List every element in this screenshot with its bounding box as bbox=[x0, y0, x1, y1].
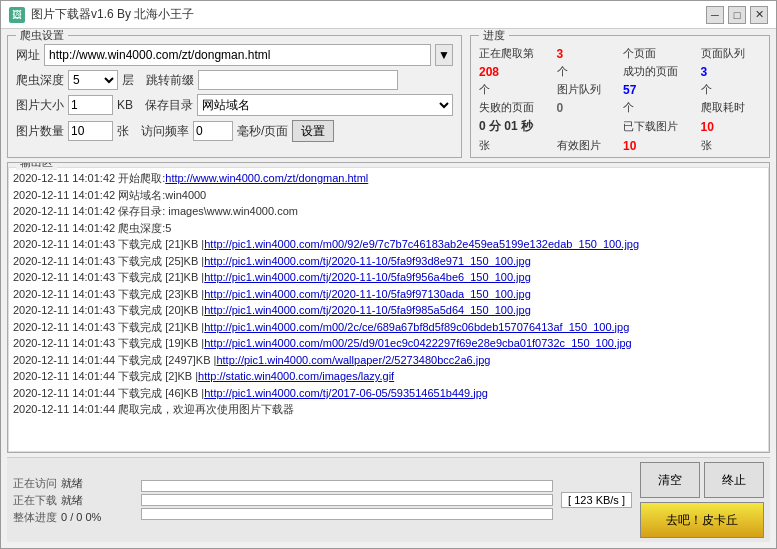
log-line: 2020-12-11 14:01:42 网站域名:win4000 bbox=[13, 187, 764, 204]
action-buttons: 清空 终止 去吧！皮卡丘 bbox=[640, 462, 764, 538]
freq-label: 访问频率 bbox=[141, 123, 189, 140]
log-line: 2020-12-11 14:01:43 下载完成 [21]KB |http://… bbox=[13, 269, 764, 286]
speed-display: [ 123 KB/s ] bbox=[561, 492, 632, 508]
window-title: 图片下载器v1.6 By 北海小王子 bbox=[31, 6, 194, 23]
log-line: 2020-12-11 14:01:44 爬取完成，欢迎再次使用图片下载器 bbox=[13, 401, 764, 418]
img-queue-value: 57 bbox=[623, 83, 695, 97]
output-label: 输出区 bbox=[16, 162, 57, 170]
set-button[interactable]: 设置 bbox=[292, 120, 334, 142]
minimize-button[interactable]: ─ bbox=[706, 6, 724, 24]
maximize-button[interactable]: □ bbox=[728, 6, 746, 24]
title-bar-left: 🖼 图片下载器v1.6 By 北海小王子 bbox=[9, 6, 194, 23]
downloading-value: 就绪 bbox=[61, 493, 83, 508]
fail-value: 0 bbox=[557, 101, 618, 115]
size-save-row: 图片大小 KB 保存目录 网站域名 bbox=[16, 94, 453, 116]
size-label: 图片大小 bbox=[16, 97, 64, 114]
log-link[interactable]: http://pic1.win4000.com/m00/25/d9/01ec9c… bbox=[204, 337, 632, 349]
output-content: 2020-12-11 14:01:42 开始爬取:http://www.win4… bbox=[8, 167, 769, 452]
bottom-bar: 正在访问 就绪 正在下载 就绪 整体进度 0 / 0 0% bbox=[7, 457, 770, 542]
queue-label: 页面队列 bbox=[701, 46, 762, 61]
count-label: 图片数量 bbox=[16, 123, 64, 140]
log-link[interactable]: http://pic1.win4000.com/tj/2020-11-10/5f… bbox=[204, 288, 531, 300]
depth-select[interactable]: 51234 bbox=[68, 70, 118, 90]
title-bar: 🖼 图片下载器v1.6 By 北海小王子 ─ □ ✕ bbox=[1, 1, 776, 29]
img-queue-unit: 个 bbox=[701, 82, 762, 97]
app-icon: 🖼 bbox=[9, 7, 25, 23]
main-content: 爬虫设置 网址 ▼ 爬虫深度 51234 层 跳转前缀 bbox=[1, 29, 776, 548]
queue-value: 208 bbox=[479, 65, 551, 79]
top-section: 爬虫设置 网址 ▼ 爬虫深度 51234 层 跳转前缀 bbox=[7, 35, 770, 158]
log-line: 2020-12-11 14:01:43 下载完成 [19]KB |http://… bbox=[13, 335, 764, 352]
output-section: 输出区 2020-12-11 14:01:42 开始爬取:http://www.… bbox=[7, 162, 770, 453]
crawling-value: 3 bbox=[557, 47, 618, 61]
visiting-value: 就绪 bbox=[61, 476, 83, 491]
depth-row: 爬虫深度 51234 层 跳转前缀 bbox=[16, 70, 453, 90]
log-line: 2020-12-11 14:01:43 下载完成 [21]KB |http://… bbox=[13, 236, 764, 253]
progress-row-1 bbox=[141, 480, 553, 492]
log-line: 2020-12-11 14:01:43 下载完成 [20]KB |http://… bbox=[13, 302, 764, 319]
freq-unit: 毫秒/页面 bbox=[237, 123, 288, 140]
success-unit: 个 bbox=[479, 82, 551, 97]
fail-unit: 个 bbox=[623, 100, 695, 115]
crawling-label: 正在爬取第 bbox=[479, 46, 551, 61]
log-link[interactable]: http://pic1.win4000.com/m00/92/e9/7c7b7c… bbox=[204, 238, 639, 250]
overall-label: 整体进度 bbox=[13, 510, 57, 525]
log-line: 2020-12-11 14:01:44 下载完成 [2497]KB |http:… bbox=[13, 352, 764, 369]
progress-panel: 进度 ▶ 正在爬取第 3 个页面 页面队列 208 个 成功的页面 3 个 图片… bbox=[470, 35, 770, 158]
progress-row-3 bbox=[141, 508, 553, 520]
url-dropdown-button[interactable]: ▼ bbox=[435, 44, 453, 66]
page-unit: 个页面 bbox=[623, 46, 695, 61]
time-value: 0 分 01 秒 bbox=[479, 118, 617, 135]
log-line: 2020-12-11 14:01:43 下载完成 [25]KB |http://… bbox=[13, 253, 764, 270]
log-line: 2020-12-11 14:01:43 下载完成 [23]KB |http://… bbox=[13, 286, 764, 303]
stop-button[interactable]: 终止 bbox=[704, 462, 764, 498]
freq-input[interactable] bbox=[193, 121, 233, 141]
log-link[interactable]: http://pic1.win4000.com/tj/2020-11-10/5f… bbox=[204, 304, 531, 316]
log-link[interactable]: http://pic1.win4000.com/tj/2020-11-10/5f… bbox=[204, 271, 531, 283]
save-label: 保存目录 bbox=[145, 97, 193, 114]
overall-status: 整体进度 0 / 0 0% bbox=[13, 510, 133, 525]
log-link[interactable]: http://pic1.win4000.com/tj/2020-11-10/5f… bbox=[204, 255, 531, 267]
log-line: 2020-12-11 14:01:42 爬虫深度:5 bbox=[13, 220, 764, 237]
count-input[interactable] bbox=[68, 121, 113, 141]
crawler-settings-label: 爬虫设置 bbox=[16, 29, 68, 43]
downloaded-unit: 张 bbox=[479, 138, 551, 153]
visiting-label: 正在访问 bbox=[13, 476, 57, 491]
url-label: 网址 bbox=[16, 47, 40, 64]
progress-track-3 bbox=[141, 508, 553, 520]
log-link[interactable]: http://pic1.win4000.com/m00/2c/ce/689a67… bbox=[204, 321, 629, 333]
log-line: 2020-12-11 14:01:44 下载完成 [46]KB |http://… bbox=[13, 385, 764, 402]
progress-label: 进度 bbox=[479, 29, 509, 43]
img-queue-label: 图片队列 bbox=[557, 82, 618, 97]
depth-unit: 层 bbox=[122, 72, 134, 89]
downloading-status: 正在下载 就绪 bbox=[13, 493, 133, 508]
size-input[interactable] bbox=[68, 95, 113, 115]
log-link[interactable]: http://static.win4000.com/images/lazy.gi… bbox=[198, 370, 394, 382]
fail-label: 失败的页面 bbox=[479, 100, 551, 115]
clear-button[interactable]: 清空 bbox=[640, 462, 700, 498]
visiting-status: 正在访问 就绪 bbox=[13, 476, 133, 491]
jump-input[interactable] bbox=[198, 70, 398, 90]
count-freq-row: 图片数量 张 访问频率 毫秒/页面 设置 bbox=[16, 120, 453, 142]
window-controls: ─ □ ✕ bbox=[706, 6, 768, 24]
downloaded-value: 10 bbox=[701, 120, 762, 134]
speed-value: 123 KB/s bbox=[574, 494, 619, 506]
url-input[interactable] bbox=[44, 44, 431, 66]
close-button[interactable]: ✕ bbox=[750, 6, 768, 24]
queue-unit: 个 bbox=[557, 64, 618, 79]
log-link[interactable]: http://pic1.win4000.com/tj/2017-06-05/59… bbox=[204, 387, 488, 399]
size-unit: KB bbox=[117, 98, 133, 112]
overall-value: 0 / 0 0% bbox=[61, 511, 101, 523]
progress-track-1 bbox=[141, 480, 553, 492]
log-link[interactable]: http://www.win4000.com/zt/dongman.html bbox=[165, 172, 368, 184]
url-row: 网址 ▼ bbox=[16, 44, 453, 66]
count-unit: 张 bbox=[117, 123, 129, 140]
main-window: 🖼 图片下载器v1.6 By 北海小王子 ─ □ ✕ 爬虫设置 网址 ▼ bbox=[0, 0, 777, 549]
valid-label: 有效图片 bbox=[557, 138, 618, 153]
go-button[interactable]: 去吧！皮卡丘 bbox=[640, 502, 764, 538]
log-line: 2020-12-11 14:01:43 下载完成 [21]KB |http://… bbox=[13, 319, 764, 336]
save-dir-select[interactable]: 网站域名 bbox=[197, 94, 453, 116]
time-label: 爬取耗时 bbox=[701, 100, 762, 115]
log-link[interactable]: http://pic1.win4000.com/wallpaper/2/5273… bbox=[216, 354, 490, 366]
jump-label: 跳转前缀 bbox=[146, 72, 194, 89]
